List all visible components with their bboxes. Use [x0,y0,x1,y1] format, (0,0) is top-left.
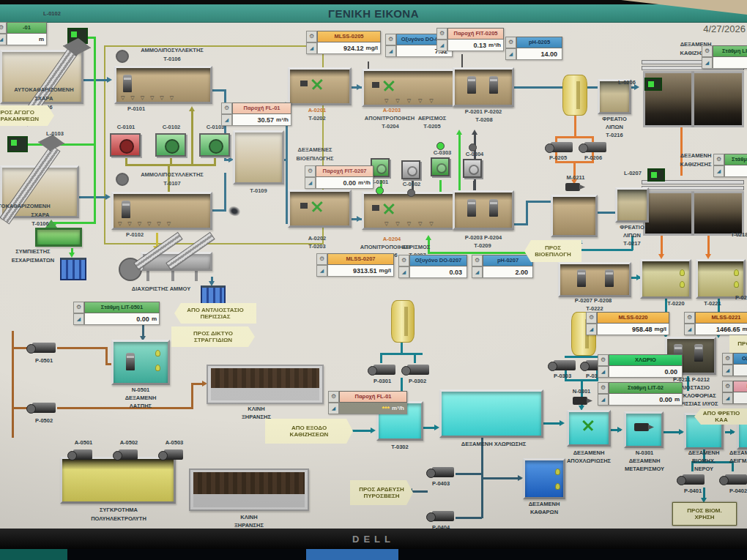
trend-icon[interactable]: ◢ [722,392,733,404]
pump-p0212[interactable] [694,344,703,362]
trend-icon[interactable]: ◢ [0,34,7,45]
pump-tank-t0208 [453,67,514,107]
blower-c0303[interactable] [431,157,450,176]
gear-icon[interactable]: ⚙ [436,28,447,40]
trend-icon[interactable]: ◢ [472,266,483,278]
gear-icon[interactable]: ⚙ [722,353,733,365]
pump-p0402[interactable] [725,474,747,485]
pump-p0202[interactable] [489,76,498,94]
trend-icon[interactable]: ◢ [586,324,597,335]
pump-p0401[interactable] [683,474,705,485]
pump-p0502[interactable] [32,403,56,413]
gear-icon[interactable]: ⚙ [73,302,84,313]
trend-icon[interactable]: ◢ [328,403,339,414]
pump-p0206[interactable] [584,142,606,152]
pump-p0207[interactable] [577,269,586,287]
trend-icon[interactable]: ◢ [306,42,317,54]
equipment-label: ΣΧΑΡΑ [0,95,88,102]
pump-p0303[interactable] [554,360,576,370]
trend-icon[interactable]: ◢ [398,266,409,278]
gear-icon[interactable]: ⚙ [385,34,396,45]
trend-icon[interactable]: ◢ [598,366,609,378]
pump-p0302[interactable] [407,365,429,375]
doser-a0501[interactable] [73,449,92,460]
droplet [555,483,560,490]
trend-icon[interactable]: ◢ [702,57,713,69]
level-sensor[interactable] [644,78,662,91]
gear-icon[interactable]: ⚙ [316,253,327,265]
trend-icon[interactable]: ◢ [316,265,327,277]
trend-icon[interactable]: ◢ [221,114,232,126]
blower-c0102[interactable] [155,133,186,157]
trend-icon[interactable]: ◢ [505,48,516,60]
pump-p0403[interactable] [432,467,454,477]
equipment-label: Τ-0106 [0,220,81,227]
trend-icon[interactable]: ◢ [436,40,447,51]
gear-icon[interactable]: ⚙ [713,154,724,165]
blower-c0302[interactable] [401,160,420,179]
pump-p0404[interactable] [432,511,454,521]
device-tag: A-0204 [370,236,414,242]
gear-icon[interactable]: ⚙ [598,382,609,394]
flow-flag-bypass: ΠΡΟΣ ΑΓΩΓΟ ΠΑΡΑΚΑΜΨΕΩΝ [0,105,54,126]
level-sensor[interactable] [647,168,665,182]
equipment-label: ΔΕΙΓΜΑΤ. [729,458,747,464]
instrument-label: Στάθμη LIT-02 [609,382,683,394]
trend-icon[interactable]: ◢ [305,177,316,189]
doser-a0502[interactable] [119,449,138,460]
mixer-n0301[interactable] [573,397,587,405]
gear-icon[interactable]: ⚙ [328,391,339,403]
trend-icon[interactable]: ◢ [684,324,695,335]
pump-p0101[interactable] [123,75,132,92]
flow-flag-from-sedimentation: ΑΠΟ ΕΞΟΔΟ ΚΑΘΙΖΗΣΕΩΝ [265,419,353,444]
bed-face [193,494,305,507]
blower-c0304[interactable] [463,159,482,178]
pump-p0301[interactable] [374,365,395,375]
trend-icon[interactable]: ◢ [385,45,396,57]
arrow [371,428,376,433]
equipment-label: ΣΧΑΡΑ [0,212,81,218]
gear-icon[interactable]: ⚙ [702,45,713,57]
device-tag: N-0301 [565,388,598,395]
equipment-label: ΔΕΞΑΜΕΝΕΣ [287,146,343,153]
instrument-fit0205: ⚙◢ Παροχή FIT-0205 0.13m³/h [436,28,504,51]
blower-c0103[interactable] [199,133,230,157]
gear-icon[interactable]: ⚙ [598,354,609,366]
device-tag: P-0302 [400,378,435,384]
gear-icon[interactable]: ⚙ [684,312,695,324]
trend-icon[interactable]: ◢ [73,313,84,325]
droplet [155,350,160,356]
doser-a0503[interactable] [164,449,183,460]
screenings-compressor[interactable] [35,228,82,247]
pump-p0204[interactable] [489,199,498,217]
pump-p0208[interactable] [605,269,614,287]
trend-icon[interactable]: ◢ [713,165,724,177]
gear-icon[interactable]: ⚙ [0,22,7,34]
pump-p0203[interactable] [467,199,476,217]
equipment-label: ΦΡΕΑΤΙΟ [614,224,650,231]
status-led [407,189,415,197]
gear-icon[interactable]: ⚙ [586,312,597,324]
pump-p0205[interactable] [551,142,573,152]
mixer-m0211[interactable] [565,183,580,191]
pump-p0501[interactable] [32,343,56,353]
trend-icon[interactable]: ◢ [722,365,733,376]
pump-p0102[interactable] [122,201,130,218]
gear-icon[interactable]: ⚙ [722,381,733,392]
mixer-n0301-post[interactable] [634,423,649,431]
gear-icon[interactable]: ⚙ [505,37,516,48]
pump-p0201[interactable] [467,76,476,94]
gear-icon[interactable]: ⚙ [306,31,317,42]
pipe [76,196,107,198]
blower-c0101[interactable] [110,133,141,157]
instrument-ph0205: ⚙◢ pH-0205 14.00 [505,37,562,60]
level-sensor[interactable] [7,136,28,152]
arrow [456,130,462,135]
instrument-unit: mg/l [655,326,666,332]
trend-icon[interactable]: ◢ [598,394,609,406]
gear-icon[interactable]: ⚙ [398,255,409,266]
gear-icon[interactable]: ⚙ [221,102,232,114]
gear-icon[interactable]: ⚙ [305,165,316,177]
gear-icon[interactable]: ⚙ [472,255,483,266]
sludge-mixer[interactable] [126,353,135,370]
